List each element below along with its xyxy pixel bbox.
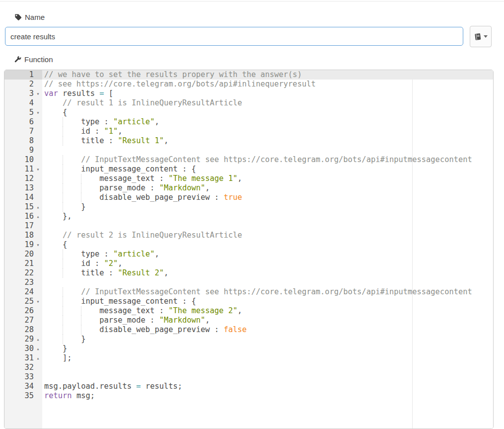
code-token-plain: results; — [141, 382, 182, 391]
code-line[interactable]: message_text : "The message 2", — [42, 306, 493, 316]
library-button[interactable] — [470, 26, 492, 47]
indent-guide — [63, 174, 63, 183]
gutter-line-number: 5▾ — [4, 108, 42, 117]
code-line[interactable]: type : "article", — [42, 117, 493, 127]
fold-close-icon[interactable]: ▴ — [35, 212, 41, 221]
editor-gutter: 123▾45▾67891011▾12131415▴16▴171819▾20212… — [4, 70, 42, 429]
code-token-plain: msg; — [72, 391, 95, 400]
gutter-line-number: 35 — [4, 391, 42, 401]
code-line[interactable]: // InputTextMessageContent see https://c… — [42, 155, 493, 165]
indent-guide — [63, 183, 63, 193]
code-line[interactable]: // result 1 is InlineQueryResultArticle — [42, 98, 493, 108]
fold-open-icon[interactable]: ▾ — [35, 108, 41, 117]
editor-text-area[interactable]: // we have to set the results propery wi… — [42, 70, 493, 429]
code-line[interactable] — [42, 372, 493, 382]
code-line[interactable]: type : "article", — [42, 250, 493, 259]
gutter-line-number: 19▾ — [4, 240, 42, 250]
code-line[interactable]: // result 2 is InlineQueryResultArticle — [42, 231, 493, 240]
code-token-comment: // InputTextMessageContent see https://c… — [81, 155, 472, 164]
indent-guide — [63, 306, 63, 316]
code-line[interactable]: // we have to set the results propery wi… — [42, 70, 493, 80]
code-line[interactable]: title : "Result 2", — [42, 268, 493, 278]
code-token-plain: title : — [44, 136, 118, 145]
code-token-operator: = — [136, 382, 141, 391]
code-line[interactable]: { — [42, 240, 493, 250]
indent-guide — [63, 127, 63, 136]
code-line[interactable]: title : "Result 1", — [42, 136, 493, 146]
code-editor[interactable]: 123▾45▾67891011▾12131415▴16▴171819▾20212… — [4, 70, 494, 429]
code-token-plain: } — [44, 344, 67, 353]
code-line[interactable]: { — [42, 108, 493, 117]
code-line[interactable]: // InputTextMessageContent see https://c… — [42, 287, 493, 297]
code-token-plain: input_message_content : { — [44, 297, 196, 306]
gutter-line-number: 24 — [4, 287, 42, 297]
code-token-plain: , — [237, 306, 242, 315]
gutter-line-number: 17 — [4, 221, 42, 231]
indent-guide — [63, 202, 63, 212]
gutter-line-number: 12 — [4, 174, 42, 183]
code-token-comment: // result 2 is InlineQueryResultArticle — [63, 231, 242, 240]
code-token-plain: id : — [44, 259, 104, 268]
code-line[interactable]: parse_mode : "Markdown", — [42, 316, 493, 325]
code-token-plain: [ — [104, 89, 114, 98]
code-line[interactable] — [42, 221, 493, 231]
code-line[interactable]: disable_web_page_preview : false — [42, 325, 493, 335]
gutter-line-number: 1 — [4, 70, 42, 80]
code-line[interactable]: } — [42, 335, 493, 344]
fold-open-icon[interactable]: ▾ — [35, 240, 41, 250]
indent-guide — [63, 136, 63, 146]
name-field-label-text: Name — [25, 13, 45, 21]
code-line[interactable]: message_text : "The message 1", — [42, 174, 493, 183]
code-line[interactable] — [42, 278, 493, 287]
code-line[interactable] — [42, 363, 493, 372]
code-line[interactable]: } — [42, 344, 493, 353]
code-line[interactable] — [42, 146, 493, 155]
code-line[interactable]: id : "2", — [42, 259, 493, 268]
code-token-plain: type : — [44, 117, 113, 126]
caret-down-icon — [484, 35, 488, 38]
indent-guide — [81, 316, 81, 325]
indent-guide — [63, 268, 63, 278]
fold-close-icon[interactable]: ▴ — [35, 335, 41, 344]
gutter-line-number: 26 — [4, 306, 42, 316]
indent-guide — [63, 297, 63, 306]
gutter-line-number: 33 — [4, 372, 42, 382]
fold-open-icon[interactable]: ▾ — [35, 165, 41, 174]
code-token-comment: // we have to set the results propery wi… — [44, 70, 302, 79]
fold-close-icon[interactable]: ▴ — [35, 202, 41, 212]
code-token-string: "Markdown" — [159, 183, 206, 192]
indent-guide — [63, 259, 63, 268]
name-input[interactable] — [5, 27, 463, 46]
gutter-line-number: 15▴ — [4, 202, 42, 212]
indent-guide — [81, 193, 81, 202]
code-token-plain: } — [44, 202, 85, 211]
code-line[interactable]: ]; — [42, 353, 493, 363]
code-token-comment: // InputTextMessageContent see https://c… — [81, 287, 472, 296]
code-line[interactable]: var results = [ — [42, 89, 493, 98]
gutter-line-number: 21 — [4, 259, 42, 268]
code-token-plain: type : — [44, 250, 113, 258]
code-token-plain: { — [44, 240, 67, 249]
code-line[interactable]: return msg; — [42, 391, 493, 401]
code-token-keyword: return — [44, 391, 72, 400]
code-line[interactable]: input_message_content : { — [42, 165, 493, 174]
fold-close-icon[interactable]: ▴ — [35, 353, 41, 363]
code-token-plain: } — [44, 335, 85, 343]
code-line[interactable]: parse_mode : "Markdown", — [42, 183, 493, 193]
fold-open-icon[interactable]: ▾ — [35, 89, 41, 98]
code-line[interactable]: msg.payload.results = results; — [42, 382, 493, 391]
code-line[interactable]: input_message_content : { — [42, 297, 493, 306]
code-line[interactable]: }, — [42, 212, 493, 221]
code-line[interactable]: id : "1", — [42, 127, 493, 136]
code-token-plain: parse_mode : — [44, 316, 159, 325]
gutter-line-number: 32 — [4, 363, 42, 372]
gutter-line-number: 4 — [4, 98, 42, 108]
fold-open-icon[interactable]: ▾ — [35, 297, 41, 306]
code-token-string: "2" — [104, 259, 118, 268]
code-token-keyword: var — [44, 89, 58, 98]
code-line[interactable]: } — [42, 202, 493, 212]
fold-close-icon[interactable]: ▴ — [35, 344, 41, 353]
code-token-string: "The message 1" — [168, 174, 237, 183]
code-line[interactable]: // see https://core.telegram.org/bots/ap… — [42, 80, 493, 89]
code-line[interactable]: disable_web_page_preview : true — [42, 193, 493, 202]
